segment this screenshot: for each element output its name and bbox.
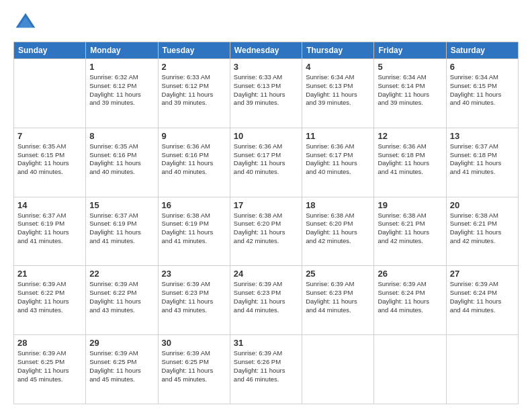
cell-content: Sunrise: 6:39 AM Sunset: 6:26 PM Dayligh… (234, 349, 298, 383)
day-number: 30 (162, 338, 226, 348)
cell-content: Sunrise: 6:39 AM Sunset: 6:23 PM Dayligh… (162, 280, 226, 314)
calendar-cell: 9Sunrise: 6:36 AM Sunset: 6:16 PM Daylig… (158, 128, 230, 197)
cell-content: Sunrise: 6:39 AM Sunset: 6:25 PM Dayligh… (162, 349, 226, 383)
day-number: 8 (89, 131, 154, 141)
calendar-cell: 25Sunrise: 6:39 AM Sunset: 6:23 PM Dayli… (302, 266, 374, 335)
header (13, 11, 519, 35)
day-number: 14 (17, 200, 82, 210)
cell-content: Sunrise: 6:38 AM Sunset: 6:21 PM Dayligh… (450, 212, 515, 246)
calendar-table: SundayMondayTuesdayWednesdayThursdayFrid… (13, 42, 519, 404)
calendar-cell (446, 335, 518, 404)
calendar-cell: 7Sunrise: 6:35 AM Sunset: 6:15 PM Daylig… (14, 128, 86, 197)
calendar-cell: 16Sunrise: 6:38 AM Sunset: 6:19 PM Dayli… (158, 197, 230, 266)
calendar-cell: 6Sunrise: 6:34 AM Sunset: 6:15 PM Daylig… (446, 59, 518, 128)
day-number: 2 (162, 62, 226, 72)
day-number: 21 (17, 269, 82, 279)
calendar-cell: 24Sunrise: 6:39 AM Sunset: 6:23 PM Dayli… (230, 266, 302, 335)
cell-content: Sunrise: 6:38 AM Sunset: 6:21 PM Dayligh… (378, 212, 442, 246)
calendar-cell: 29Sunrise: 6:39 AM Sunset: 6:25 PM Dayli… (86, 335, 158, 404)
weekday-header: Monday (86, 42, 158, 59)
page: SundayMondayTuesdayWednesdayThursdayFrid… (0, 0, 532, 411)
cell-content: Sunrise: 6:39 AM Sunset: 6:25 PM Dayligh… (89, 349, 154, 383)
calendar-cell: 17Sunrise: 6:38 AM Sunset: 6:20 PM Dayli… (230, 197, 302, 266)
calendar-cell: 26Sunrise: 6:39 AM Sunset: 6:24 PM Dayli… (374, 266, 446, 335)
day-number: 9 (162, 131, 226, 141)
cell-content: Sunrise: 6:34 AM Sunset: 6:13 PM Dayligh… (306, 73, 370, 107)
calendar-cell (14, 59, 86, 128)
day-number: 7 (17, 131, 82, 141)
cell-content: Sunrise: 6:39 AM Sunset: 6:24 PM Dayligh… (378, 280, 442, 314)
day-number: 19 (378, 200, 442, 210)
day-number: 24 (234, 269, 298, 279)
cell-content: Sunrise: 6:36 AM Sunset: 6:17 PM Dayligh… (306, 142, 370, 177)
day-number: 18 (306, 200, 370, 210)
calendar-cell: 13Sunrise: 6:37 AM Sunset: 6:18 PM Dayli… (446, 128, 518, 197)
cell-content: Sunrise: 6:34 AM Sunset: 6:14 PM Dayligh… (378, 73, 442, 107)
calendar-row: 14Sunrise: 6:37 AM Sunset: 6:19 PM Dayli… (14, 197, 519, 266)
cell-content: Sunrise: 6:33 AM Sunset: 6:12 PM Dayligh… (162, 73, 226, 107)
calendar-row: 28Sunrise: 6:39 AM Sunset: 6:25 PM Dayli… (14, 335, 519, 404)
calendar-cell: 14Sunrise: 6:37 AM Sunset: 6:19 PM Dayli… (14, 197, 86, 266)
day-number: 23 (162, 269, 226, 279)
calendar-cell: 18Sunrise: 6:38 AM Sunset: 6:20 PM Dayli… (302, 197, 374, 266)
cell-content: Sunrise: 6:39 AM Sunset: 6:22 PM Dayligh… (17, 280, 82, 314)
calendar-cell: 30Sunrise: 6:39 AM Sunset: 6:25 PM Dayli… (158, 335, 230, 404)
calendar-cell: 12Sunrise: 6:36 AM Sunset: 6:18 PM Dayli… (374, 128, 446, 197)
cell-content: Sunrise: 6:39 AM Sunset: 6:24 PM Dayligh… (450, 280, 515, 314)
cell-content: Sunrise: 6:38 AM Sunset: 6:20 PM Dayligh… (234, 212, 298, 246)
cell-content: Sunrise: 6:35 AM Sunset: 6:15 PM Dayligh… (17, 142, 82, 177)
calendar-row: 7Sunrise: 6:35 AM Sunset: 6:15 PM Daylig… (14, 128, 519, 197)
calendar-cell: 28Sunrise: 6:39 AM Sunset: 6:25 PM Dayli… (14, 335, 86, 404)
cell-content: Sunrise: 6:37 AM Sunset: 6:18 PM Dayligh… (450, 142, 515, 177)
cell-content: Sunrise: 6:39 AM Sunset: 6:25 PM Dayligh… (17, 349, 82, 383)
day-number: 4 (306, 62, 370, 72)
calendar-cell: 19Sunrise: 6:38 AM Sunset: 6:21 PM Dayli… (374, 197, 446, 266)
day-number: 20 (450, 200, 515, 210)
calendar-cell: 1Sunrise: 6:32 AM Sunset: 6:12 PM Daylig… (86, 59, 158, 128)
cell-content: Sunrise: 6:36 AM Sunset: 6:18 PM Dayligh… (378, 142, 442, 177)
day-number: 11 (306, 131, 370, 141)
calendar-cell: 11Sunrise: 6:36 AM Sunset: 6:17 PM Dayli… (302, 128, 374, 197)
calendar-row: 21Sunrise: 6:39 AM Sunset: 6:22 PM Dayli… (14, 266, 519, 335)
calendar-cell: 8Sunrise: 6:35 AM Sunset: 6:16 PM Daylig… (86, 128, 158, 197)
cell-content: Sunrise: 6:37 AM Sunset: 6:19 PM Dayligh… (17, 212, 82, 246)
calendar-cell: 27Sunrise: 6:39 AM Sunset: 6:24 PM Dayli… (446, 266, 518, 335)
day-number: 29 (89, 338, 154, 348)
cell-content: Sunrise: 6:32 AM Sunset: 6:12 PM Dayligh… (89, 73, 154, 107)
weekday-header: Saturday (446, 42, 518, 59)
cell-content: Sunrise: 6:37 AM Sunset: 6:19 PM Dayligh… (89, 212, 154, 246)
logo-icon (13, 11, 38, 35)
weekday-header: Friday (374, 42, 446, 59)
day-number: 12 (378, 131, 442, 141)
calendar-cell: 5Sunrise: 6:34 AM Sunset: 6:14 PM Daylig… (374, 59, 446, 128)
calendar-cell: 2Sunrise: 6:33 AM Sunset: 6:12 PM Daylig… (158, 59, 230, 128)
calendar-cell (302, 335, 374, 404)
day-number: 28 (17, 338, 82, 348)
calendar-cell: 10Sunrise: 6:36 AM Sunset: 6:17 PM Dayli… (230, 128, 302, 197)
cell-content: Sunrise: 6:36 AM Sunset: 6:16 PM Dayligh… (162, 142, 226, 177)
weekday-header-row: SundayMondayTuesdayWednesdayThursdayFrid… (14, 42, 519, 59)
cell-content: Sunrise: 6:35 AM Sunset: 6:16 PM Dayligh… (89, 142, 154, 177)
weekday-header: Sunday (14, 42, 86, 59)
weekday-header: Thursday (302, 42, 374, 59)
day-number: 27 (450, 269, 515, 279)
day-number: 16 (162, 200, 226, 210)
day-number: 3 (234, 62, 298, 72)
logo (13, 11, 40, 35)
cell-content: Sunrise: 6:34 AM Sunset: 6:15 PM Dayligh… (450, 73, 515, 107)
calendar-cell: 31Sunrise: 6:39 AM Sunset: 6:26 PM Dayli… (230, 335, 302, 404)
calendar-row: 1Sunrise: 6:32 AM Sunset: 6:12 PM Daylig… (14, 59, 519, 128)
cell-content: Sunrise: 6:39 AM Sunset: 6:23 PM Dayligh… (306, 280, 370, 314)
day-number: 17 (234, 200, 298, 210)
cell-content: Sunrise: 6:33 AM Sunset: 6:13 PM Dayligh… (234, 73, 298, 107)
day-number: 5 (378, 62, 442, 72)
cell-content: Sunrise: 6:38 AM Sunset: 6:19 PM Dayligh… (162, 212, 226, 246)
day-number: 31 (234, 338, 298, 348)
day-number: 1 (89, 62, 154, 72)
cell-content: Sunrise: 6:36 AM Sunset: 6:17 PM Dayligh… (234, 142, 298, 177)
weekday-header: Wednesday (230, 42, 302, 59)
weekday-header: Tuesday (158, 42, 230, 59)
calendar-cell: 3Sunrise: 6:33 AM Sunset: 6:13 PM Daylig… (230, 59, 302, 128)
day-number: 25 (306, 269, 370, 279)
calendar-cell: 21Sunrise: 6:39 AM Sunset: 6:22 PM Dayli… (14, 266, 86, 335)
